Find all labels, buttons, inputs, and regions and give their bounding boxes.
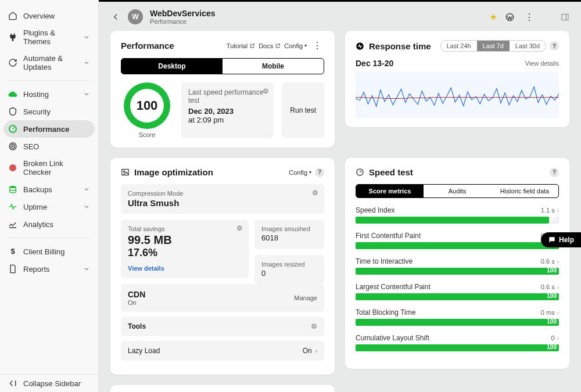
link-broken-icon	[8, 163, 17, 172]
panel-icon[interactable]	[561, 13, 569, 21]
external-icon	[249, 43, 255, 49]
cdn-row[interactable]: CDN On Manage	[121, 284, 324, 312]
sidebar-item-reports[interactable]: Reports	[0, 260, 98, 278]
chart-icon	[8, 220, 17, 229]
kebab-menu-icon[interactable]: ⋮	[522, 12, 536, 23]
savings-label: Total savings	[128, 225, 242, 232]
gear-icon[interactable]: ⚙	[236, 224, 243, 232]
metric-row[interactable]: Time to Interactive 0.6 s › 100	[356, 257, 559, 275]
config-dropdown[interactable]: Config ▾	[289, 169, 311, 176]
back-arrow-icon[interactable]	[110, 12, 121, 22]
star-icon[interactable]: ★	[490, 12, 497, 21]
help-icon[interactable]: ?	[550, 41, 559, 51]
help-fab[interactable]: Help	[541, 232, 581, 247]
help-icon[interactable]: ?	[315, 168, 324, 177]
metric-name: Total Blocking Time	[356, 308, 415, 317]
score-label: Score	[121, 131, 173, 138]
metric-bar: 100	[356, 293, 559, 300]
sidebar-label: Analytics	[23, 220, 53, 229]
metric-bar: 95	[356, 217, 559, 224]
tab-desktop[interactable]: Desktop	[121, 59, 223, 74]
sidebar-item-backups[interactable]: Backups	[0, 181, 98, 198]
images-resized-card: Images resized 0	[254, 255, 324, 285]
sidebar-item-billing[interactable]: $ Client Billing	[0, 243, 98, 260]
metric-row[interactable]: First Contentful Paint 0.5 s › 100	[356, 232, 559, 249]
metrics-list: Speed Index 1.1 s › 95 First Contentful …	[356, 206, 559, 351]
chevron-down-icon	[83, 91, 90, 98]
last-test-info: ⚙ Last speed performance test Dec 20, 20…	[181, 82, 274, 138]
asset-optimization-card: Asset optimization ?	[110, 385, 335, 392]
metric-row[interactable]: Total Blocking Time 0 ms › 100	[356, 308, 559, 326]
sidebar-item-automate[interactable]: Automate & Updates	[0, 50, 98, 75]
gear-icon[interactable]: ⚙	[312, 189, 318, 197]
cdn-title: CDN	[128, 290, 145, 299]
sidebar-item-performance[interactable]: Performance	[3, 120, 95, 138]
view-details-link[interactable]: View details	[128, 265, 164, 272]
sidebar-item-overview[interactable]: Overview	[0, 7, 98, 24]
sidebar-item-plugins[interactable]: Plugins & Themes	[0, 24, 98, 50]
metric-score: 100	[547, 267, 557, 274]
savings-pct: 17.6%	[128, 247, 242, 259]
range-30d[interactable]: Last 30d	[510, 41, 546, 51]
lazy-label: Lazy Load	[128, 347, 160, 355]
gear-icon[interactable]: ⚙	[263, 87, 269, 95]
metric-name: Speed Index	[356, 206, 394, 214]
metric-row[interactable]: Speed Index 1.1 s › 95	[356, 206, 559, 224]
last-test-date: Dec 20, 2023	[188, 107, 267, 116]
resized-label: Images resized	[261, 261, 317, 268]
sidebar-collapse[interactable]: Collapse Sidebar	[0, 374, 98, 392]
metric-row[interactable]: Largest Contentful Paint 0.6 s › 100	[356, 283, 559, 300]
document-icon	[8, 264, 17, 274]
svg-point-5	[10, 186, 16, 188]
range-24h[interactable]: Last 24h	[441, 41, 477, 51]
sidebar-item-uptime[interactable]: Uptime	[0, 198, 98, 215]
sidebar-item-security[interactable]: Security	[0, 103, 98, 120]
target-icon	[8, 142, 17, 151]
run-test-button[interactable]: Run test	[282, 82, 324, 138]
tutorial-link[interactable]: Tutorial	[227, 42, 255, 49]
svg-rect-7	[562, 14, 568, 20]
pulse-icon	[356, 42, 364, 51]
metric-time: 0 ›	[551, 334, 559, 342]
gauge-icon	[8, 124, 17, 134]
chevron-right-icon: ›	[557, 207, 559, 214]
tab-mobile[interactable]: Mobile	[223, 59, 324, 74]
cloud-icon	[8, 89, 17, 99]
database-icon	[8, 185, 17, 194]
response-time-chart	[356, 71, 559, 118]
dollar-icon: $	[8, 247, 17, 256]
help-icon[interactable]: ?	[550, 168, 559, 177]
pulse-icon	[8, 202, 17, 211]
chevron-right-icon: ›	[557, 335, 559, 341]
sidebar-item-seo[interactable]: SEO	[0, 138, 98, 155]
metric-name: Cumulative Layout Shift	[356, 334, 429, 342]
tools-row[interactable]: Tools ⚙	[121, 317, 324, 336]
collapse-icon	[8, 379, 17, 388]
performance-card: Performance Tutorial Docs Config ▾ ⋮ Des…	[110, 31, 335, 148]
view-details-link[interactable]: View details	[525, 60, 560, 67]
wordpress-icon[interactable]	[505, 13, 514, 21]
device-tabs: Desktop Mobile	[121, 58, 324, 74]
sidebar-item-hosting[interactable]: Hosting	[0, 85, 98, 103]
gear-icon[interactable]: ⚙	[311, 322, 317, 330]
cdn-manage-link[interactable]: Manage	[294, 294, 317, 301]
docs-link[interactable]: Docs	[259, 42, 281, 49]
sidebar-label: Overview	[23, 12, 55, 20]
metric-row[interactable]: Cumulative Layout Shift 0 › 100	[356, 334, 559, 351]
sidebar-item-blc[interactable]: Broken Link Checker	[0, 155, 98, 181]
tab-historic[interactable]: Historic field data	[491, 185, 558, 197]
site-title: WebDevServices	[150, 9, 216, 18]
svg-point-4	[9, 164, 16, 171]
kebab-menu-icon[interactable]: ⋮	[310, 40, 324, 51]
config-dropdown[interactable]: Config ▾	[284, 42, 307, 49]
range-7d[interactable]: Last 7d	[477, 41, 510, 51]
svg-rect-11	[122, 170, 128, 175]
metric-time: 1.1 s ›	[541, 206, 559, 214]
lazy-load-row[interactable]: Lazy Load On›	[121, 341, 324, 361]
sidebar-label: Hosting	[23, 90, 49, 99]
tab-audits[interactable]: Audits	[424, 185, 491, 197]
chevron-right-icon: ›	[557, 258, 559, 265]
sidebar-item-analytics[interactable]: Analytics	[0, 215, 98, 233]
sidebar-label: Plugins & Themes	[23, 28, 77, 46]
tab-score-metrics[interactable]: Score metrics	[356, 185, 424, 197]
